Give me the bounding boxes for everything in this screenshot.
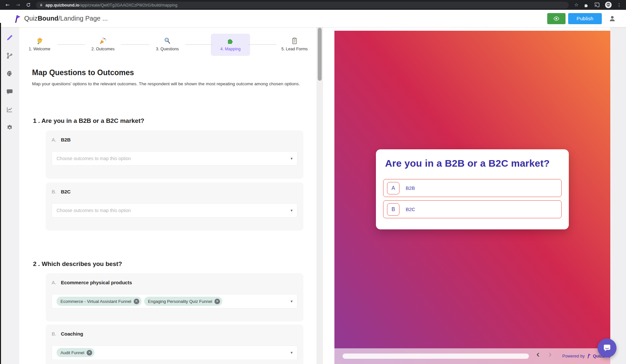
section-title: Map Questions to Outcomes <box>32 68 134 77</box>
next-option-card-partial <box>46 359 303 364</box>
option-card: A.B2B Choose outcomes to map this option… <box>46 130 303 179</box>
wave-icon <box>36 37 43 45</box>
url-path: /app/create/Qet0Tg2GAAOXCzPW2IrG/build/m… <box>79 3 177 8</box>
chip-label: Ecommerce - Virtual Assistant Funnel <box>60 299 131 304</box>
step-questions[interactable]: 3. Questions <box>148 34 187 56</box>
question-heading: 2 . Which describes you best? <box>33 260 122 268</box>
eye-icon <box>552 15 560 22</box>
preview-option-letter: B <box>387 203 399 216</box>
panel-scrollbar[interactable] <box>316 27 323 364</box>
select-placeholder: Choose outcomes to map this option <box>57 208 131 213</box>
powered-by-text: Powered by <box>562 354 585 358</box>
cast-icon[interactable] <box>594 2 600 8</box>
chevron-down-icon: ▾ <box>291 208 293 213</box>
chat-bubble-icon <box>6 88 13 95</box>
palette-icon <box>6 70 13 77</box>
sidebar-item-logic[interactable] <box>6 52 14 59</box>
option-letter: A. <box>52 137 56 142</box>
step-connector <box>121 44 149 45</box>
quizbound-logo-icon <box>14 14 21 24</box>
sidebar-item-edit[interactable] <box>6 34 14 41</box>
right-gutter <box>610 27 626 364</box>
step-label: 3. Questions <box>148 47 187 51</box>
section-subtitle: Map your questions' options to the relev… <box>32 81 307 87</box>
party-popper-icon <box>99 37 107 45</box>
account-icon[interactable] <box>608 15 616 23</box>
chevron-down-icon: ▾ <box>291 350 293 355</box>
brand-bound: Bound <box>38 15 58 22</box>
browser-reload-icon[interactable] <box>24 1 33 8</box>
browser-toolbar: ← → app.quizbound.io/app/create/Qet0Tg2G… <box>0 0 626 10</box>
step-connector <box>58 44 85 45</box>
page-title: QuizBound/Landing Page ... <box>24 15 108 22</box>
previous-arrow[interactable]: ‹ <box>536 349 539 359</box>
outcomes-select[interactable]: Choose outcomes to map this option ▾ <box>52 151 297 166</box>
option-label: B2B <box>61 137 71 142</box>
brand-quiz: Quiz <box>24 15 38 22</box>
next-arrow[interactable]: › <box>549 349 551 359</box>
scrollbar-thumb[interactable] <box>318 28 322 81</box>
option-letter: B. <box>52 189 56 194</box>
option-letter: A. <box>52 280 56 285</box>
screen: ← → app.quizbound.io/app/create/Qet0Tg2G… <box>0 0 626 364</box>
sidebar-item-design[interactable] <box>6 70 14 77</box>
preview-option-a[interactable]: A B2B <box>383 179 562 197</box>
messenger-icon <box>602 343 612 353</box>
quizbound-mini-logo-icon <box>587 353 591 358</box>
select-placeholder: Choose outcomes to map this option <box>57 156 131 161</box>
step-lead-forms[interactable]: 5. Lead Forms <box>275 34 314 56</box>
step-connector <box>248 44 277 45</box>
preview-option-letter: A <box>387 182 399 194</box>
chip-remove-icon[interactable]: × <box>87 350 92 356</box>
outcomes-select[interactable]: Audit Funnel× ▾ <box>52 345 297 360</box>
sidebar-item-settings[interactable] <box>6 124 14 131</box>
step-label: 5. Lead Forms <box>275 47 314 51</box>
chat-launcher-button[interactable] <box>598 339 617 357</box>
chevron-down-icon: ▾ <box>291 156 293 161</box>
builder-panel: 1. Welcome 2. Outcomes 3. Questions 4. <box>19 27 323 364</box>
app-header: QuizBound/Landing Page ... Publish <box>0 10 626 27</box>
horizontal-scrollbar-thumb[interactable] <box>343 354 529 359</box>
preview-question-card: Are you in a B2B or a B2C market? A B2B … <box>376 149 569 229</box>
sidebar-item-messages[interactable] <box>6 88 14 95</box>
outcome-chip[interactable]: Audit Funnel× <box>57 348 94 357</box>
step-mapping[interactable]: 4. Mapping <box>211 34 250 56</box>
branch-icon <box>6 52 13 59</box>
window-edge <box>0 23 1 364</box>
preview-option-b[interactable]: B B2C <box>383 200 562 218</box>
chip-label: Audit Funnel <box>60 350 84 355</box>
chip-label: Engaging Personality Quiz Funnel <box>148 299 212 304</box>
preview-bottom-bar: ‹ › Powered by QuizBound <box>334 348 610 364</box>
url-bar[interactable]: app.quizbound.io/app/create/Qet0Tg2GAAOX… <box>36 2 569 8</box>
bookmark-star-icon[interactable]: ☆ <box>574 2 579 8</box>
outcomes-select[interactable]: Ecommerce - Virtual Assistant Funnel× En… <box>52 294 297 308</box>
step-label: 2. Outcomes <box>83 47 123 51</box>
lock-icon <box>39 3 43 7</box>
outcomes-select[interactable]: Choose outcomes to map this option ▾ <box>52 203 297 218</box>
step-welcome[interactable]: 1. Welcome <box>20 34 59 56</box>
option-card: B.B2C Choose outcomes to map this option… <box>46 182 303 231</box>
chip-remove-icon[interactable]: × <box>214 299 220 304</box>
preview-button[interactable] <box>547 13 566 24</box>
question-heading: 1 . Are you in a B2B or a B2C market? <box>33 117 144 124</box>
step-connector <box>185 44 212 45</box>
option-label: Coaching <box>61 331 83 337</box>
quiz-preview: Are you in a B2B or a B2C market? A B2B … <box>334 31 610 364</box>
chevron-down-icon: ▾ <box>291 299 293 304</box>
magnifier-icon <box>163 37 171 45</box>
browser-profile-avatar[interactable] <box>605 1 612 8</box>
outcome-chip[interactable]: Engaging Personality Quiz Funnel× <box>144 297 223 306</box>
browser-menu-icon[interactable]: ⋮ <box>617 2 621 8</box>
sidebar-item-analytics[interactable] <box>6 106 14 113</box>
option-label: B2C <box>61 189 71 194</box>
browser-forward-icon[interactable]: → <box>14 1 22 8</box>
browser-back-icon[interactable]: ← <box>3 1 12 8</box>
outcome-chip[interactable]: Ecommerce - Virtual Assistant Funnel× <box>57 297 142 306</box>
chip-remove-icon[interactable]: × <box>134 299 139 304</box>
step-outcomes[interactable]: 2. Outcomes <box>83 34 123 56</box>
line-chart-icon <box>6 106 13 113</box>
clipboard-icon <box>291 37 298 45</box>
option-card: A.Ecommerce physical products Ecommerce … <box>46 273 303 322</box>
extensions-icon[interactable] <box>584 2 589 8</box>
publish-button[interactable]: Publish <box>568 13 602 24</box>
